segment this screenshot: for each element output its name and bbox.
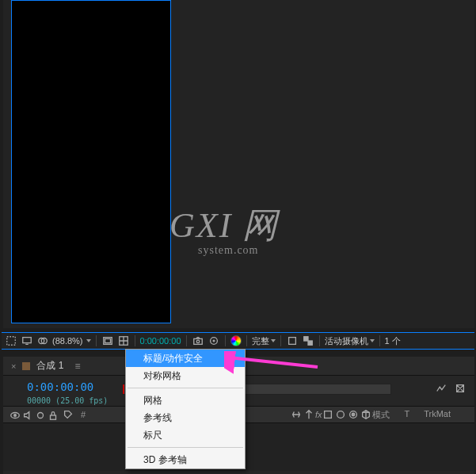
viewer-panel: GXI 网 system.com xyxy=(3,0,474,328)
camera-dropdown[interactable]: 活动摄像机 xyxy=(325,335,375,347)
svg-point-15 xyxy=(14,415,17,417)
svg-rect-7 xyxy=(193,338,202,344)
monitor-icon[interactable] xyxy=(21,334,33,347)
camera-label: 活动摄像机 xyxy=(325,335,368,347)
region-icon[interactable] xyxy=(286,334,299,347)
switches-icon-2[interactable] xyxy=(303,408,315,421)
marquee-icon[interactable] xyxy=(5,334,17,347)
frame-blend-icon[interactable] xyxy=(322,408,334,421)
av-toggles xyxy=(10,410,57,419)
resolution-dropdown[interactable]: 完整 xyxy=(252,335,276,347)
separator xyxy=(379,335,380,346)
close-icon[interactable]: × xyxy=(11,361,16,371)
chevron-down-icon xyxy=(370,339,375,342)
frame-info: 00000 (25.00 fps) xyxy=(27,396,474,405)
eye-icon[interactable] xyxy=(10,410,19,419)
svg-rect-17 xyxy=(51,415,56,419)
switches-icon-1[interactable] xyxy=(290,408,303,421)
composition-preview[interactable] xyxy=(11,0,171,323)
show-snapshot-icon[interactable] xyxy=(208,334,220,347)
svg-rect-11 xyxy=(288,338,295,345)
col-index: # xyxy=(81,410,86,419)
timeline-right-buttons xyxy=(435,382,466,395)
channel-icon[interactable] xyxy=(230,335,242,346)
transparency-grid-icon[interactable] xyxy=(302,334,314,347)
chevron-down-icon[interactable] xyxy=(86,339,91,342)
svg-rect-18 xyxy=(325,411,332,419)
safe-zones-icon[interactable] xyxy=(101,334,114,347)
grid-context-menu: 标题/动作安全 对称网格 网格 参考线 标尺 3D 参考轴 xyxy=(125,349,246,469)
menu-item-title-action-safe[interactable]: 标题/动作安全 xyxy=(126,350,245,367)
col-trkmat[interactable]: TrkMat xyxy=(424,409,451,421)
menu-item-3d-reference-axes[interactable]: 3D 参考轴 xyxy=(126,451,245,468)
current-timecode[interactable]: 0:00:00:00 xyxy=(27,380,93,393)
speaker-icon[interactable] xyxy=(22,410,32,419)
menu-separator xyxy=(128,388,243,388)
chevron-down-icon xyxy=(271,339,276,342)
snapshot-icon[interactable] xyxy=(192,334,204,347)
3d-layer-icon[interactable] xyxy=(360,408,372,421)
svg-point-8 xyxy=(196,340,200,343)
separator xyxy=(96,335,97,346)
viewer-toolbar: (88.8%) 0:00:00:00 完整 活动摄像机 1 个 xyxy=(2,332,474,350)
mask-icon[interactable] xyxy=(36,334,49,347)
separator xyxy=(319,335,320,346)
menu-separator xyxy=(128,447,243,448)
svg-rect-0 xyxy=(7,337,16,346)
lock-icon[interactable] xyxy=(48,410,57,419)
separator xyxy=(135,335,135,346)
view-count[interactable]: 1 个 xyxy=(385,335,401,347)
menu-item-proportional-grid[interactable]: 对称网格 xyxy=(126,367,245,384)
col-mode[interactable]: 模式 xyxy=(372,409,390,421)
separator xyxy=(186,335,187,346)
svg-point-10 xyxy=(213,340,215,342)
tab-menu-icon[interactable]: ≡ xyxy=(74,361,80,372)
render-queue-icon[interactable] xyxy=(454,382,466,395)
menu-item-grid[interactable]: 网格 xyxy=(126,392,245,409)
watermark-text-1: GXI 网 xyxy=(169,202,279,249)
graph-editor-icon[interactable] xyxy=(435,382,447,395)
preview-timecode[interactable]: 0:00:00:00 xyxy=(140,336,181,346)
solo-icon[interactable] xyxy=(35,410,44,419)
svg-point-19 xyxy=(337,411,345,419)
adjustment-icon[interactable] xyxy=(347,408,360,421)
menu-item-guides[interactable]: 参考线 xyxy=(126,409,245,426)
fx-icon[interactable]: fx xyxy=(315,408,322,421)
menu-item-rulers[interactable]: 标尺 xyxy=(126,426,245,444)
composition-tab[interactable]: 合成 1 xyxy=(36,359,63,373)
grid-toggle-icon[interactable] xyxy=(117,334,130,347)
col-t: T xyxy=(404,409,409,421)
motion-blur-icon[interactable] xyxy=(334,408,347,421)
svg-point-16 xyxy=(38,413,44,419)
resolution-label: 完整 xyxy=(252,335,269,347)
svg-point-21 xyxy=(352,413,356,416)
svg-rect-13 xyxy=(308,341,312,345)
svg-rect-1 xyxy=(23,338,32,343)
watermark: GXI 网 system.com xyxy=(169,202,279,257)
separator xyxy=(280,335,281,346)
svg-rect-5 xyxy=(105,338,110,342)
separator xyxy=(246,335,247,346)
svg-rect-12 xyxy=(303,337,307,341)
comp-color-swatch xyxy=(22,362,30,370)
zoom-percent[interactable]: (88.8%) xyxy=(52,336,83,346)
separator xyxy=(225,335,226,346)
label-icon[interactable] xyxy=(62,408,74,421)
